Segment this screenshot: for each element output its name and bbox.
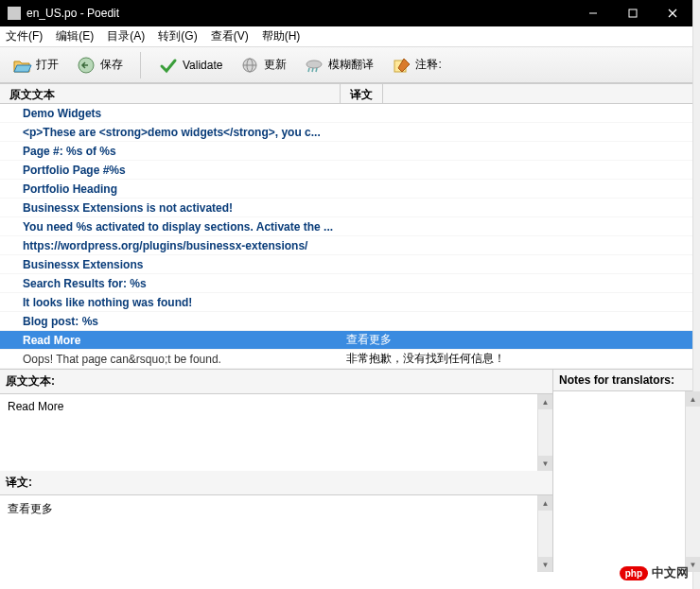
table-row[interactable]: Read More查看更多	[0, 331, 700, 350]
row-source: Read More	[0, 334, 341, 347]
table-row[interactable]: https://wordpress.org/plugins/businessx-…	[0, 236, 700, 255]
notes-body: ▲ ▼	[553, 391, 700, 572]
scroll-up-icon[interactable]: ▲	[538, 394, 552, 409]
table-row[interactable]: Demo Widgets	[0, 104, 700, 123]
row-source: Businessx Extensions is not activated!	[0, 201, 341, 215]
menubar: 文件(F) 编辑(E) 目录(A) 转到(G) 查看(V) 帮助(H)	[0, 26, 700, 47]
maximize-button[interactable]	[613, 0, 653, 26]
svg-point-8	[306, 61, 322, 68]
table-row[interactable]: Page #: %s of %s	[0, 142, 700, 161]
source-text-value: Read More	[0, 394, 537, 471]
menu-goto[interactable]: 转到(G)	[158, 28, 197, 44]
menu-catalog[interactable]: 目录(A)	[107, 28, 145, 44]
table-row[interactable]: Portfolio Heading	[0, 180, 700, 199]
row-source: Search Results for: %s	[0, 277, 341, 290]
open-button[interactable]: 打开	[8, 53, 62, 78]
translation-text-pane: ▲ ▼	[0, 495, 552, 572]
row-source: Page #: %s of %s	[0, 145, 341, 158]
save-label: 保存	[100, 57, 123, 73]
column-translation[interactable]: 译文	[341, 84, 383, 103]
validate-button[interactable]: Validate	[154, 53, 226, 78]
open-label: 打开	[36, 57, 59, 73]
translation-input[interactable]	[0, 495, 537, 572]
source-text-label: 原文文本:	[0, 370, 552, 394]
scroll-up-icon[interactable]: ▲	[538, 495, 552, 511]
table-row[interactable]: It looks like nothing was found!	[0, 293, 700, 312]
row-translation: 查看更多	[341, 332, 700, 348]
svg-line-9	[308, 68, 309, 72]
watermark-text: 中文网	[652, 564, 689, 581]
menu-file[interactable]: 文件(F)	[6, 28, 43, 44]
table-row[interactable]: Businessx Extensions	[0, 255, 700, 274]
row-source: Oops! That page can&rsquo;t be found.	[0, 353, 341, 366]
menu-view[interactable]: 查看(V)	[211, 28, 249, 44]
save-icon	[76, 55, 96, 76]
row-source: Portfolio Heading	[0, 182, 341, 196]
note-pencil-icon	[391, 55, 411, 76]
row-source: Businessx Extensions	[0, 258, 341, 271]
titlebar: en_US.po - Poedit	[0, 0, 700, 26]
table-row[interactable]: <p>These are <strong>demo widgets</stron…	[0, 123, 700, 142]
table-row[interactable]: Oops! That page can&rsquo;t be found.非常抱…	[0, 350, 700, 369]
folder-open-icon	[11, 55, 32, 76]
table-row[interactable]: Businessx Extensions is not activated!	[0, 199, 700, 217]
editor-left: 原文文本: Read More ▲ ▼ 译文: ▲ ▼	[0, 370, 553, 572]
close-button[interactable]	[653, 0, 692, 26]
toolbar: 打开 保存 Validate 更新 模糊翻译 注释:	[0, 47, 700, 83]
fuzzy-button[interactable]: 模糊翻译	[300, 53, 377, 78]
notes-scrollbar[interactable]: ▲ ▼	[685, 391, 700, 572]
app-icon	[8, 7, 21, 20]
row-source: Blog post: %s	[0, 315, 341, 328]
window-controls	[573, 0, 692, 26]
notes-text	[553, 391, 685, 572]
translation-list[interactable]: Demo Widgets<p>These are <strong>demo wi…	[0, 104, 700, 369]
scroll-up-icon[interactable]: ▲	[686, 391, 700, 407]
comment-button[interactable]: 注释:	[387, 53, 445, 78]
source-text-pane: Read More ▲ ▼	[0, 394, 552, 471]
row-source: It looks like nothing was found!	[0, 296, 341, 309]
svg-rect-1	[629, 9, 637, 17]
row-source: https://wordpress.org/plugins/businessx-…	[0, 239, 341, 252]
table-row[interactable]: You need %s activated to display section…	[0, 217, 700, 236]
validate-label: Validate	[183, 59, 222, 72]
update-label: 更新	[264, 57, 287, 73]
globe-refresh-icon	[239, 55, 260, 76]
row-source: <p>These are <strong>demo widgets</stron…	[0, 126, 341, 139]
table-row[interactable]: Portfolio Page #%s	[0, 161, 700, 180]
cloud-icon	[304, 55, 324, 76]
scroll-down-icon[interactable]: ▼	[538, 456, 552, 471]
watermark-badge: php	[620, 566, 648, 580]
translation-scrollbar[interactable]: ▲ ▼	[537, 495, 552, 572]
update-button[interactable]: 更新	[236, 53, 290, 78]
table-row[interactable]: Blog post: %s	[0, 312, 700, 331]
column-source[interactable]: 原文文本	[0, 84, 341, 103]
row-translation: 非常抱歉，没有找到任何信息！	[341, 351, 700, 367]
list-column-header: 原文文本 译文	[0, 83, 700, 104]
comment-label: 注释:	[415, 57, 441, 73]
scroll-down-icon[interactable]: ▼	[538, 557, 552, 572]
svg-line-10	[312, 68, 313, 72]
svg-line-11	[316, 68, 317, 72]
fuzzy-label: 模糊翻译	[328, 57, 374, 73]
menu-help[interactable]: 帮助(H)	[262, 28, 301, 44]
save-button[interactable]: 保存	[72, 53, 127, 78]
notes-label: Notes for translators:	[553, 370, 700, 391]
toolbar-separator	[140, 52, 141, 78]
watermark: php 中文网	[620, 564, 689, 581]
row-source: Demo Widgets	[0, 107, 341, 120]
window-title: en_US.po - Poedit	[26, 7, 573, 20]
list-scrollbar[interactable]	[692, 104, 700, 369]
table-row[interactable]: Search Results for: %s	[0, 274, 700, 293]
bottom-panel: 原文文本: Read More ▲ ▼ 译文: ▲ ▼ Notes for tr…	[0, 369, 700, 572]
minimize-button[interactable]	[573, 0, 613, 26]
check-icon	[158, 55, 179, 76]
translation-text-label: 译文:	[0, 471, 552, 495]
menu-edit[interactable]: 编辑(E)	[56, 28, 94, 44]
source-scrollbar[interactable]: ▲ ▼	[537, 394, 552, 471]
notes-panel: Notes for translators: ▲ ▼	[553, 370, 700, 572]
row-source: You need %s activated to display section…	[0, 220, 341, 234]
row-source: Portfolio Page #%s	[0, 164, 341, 177]
